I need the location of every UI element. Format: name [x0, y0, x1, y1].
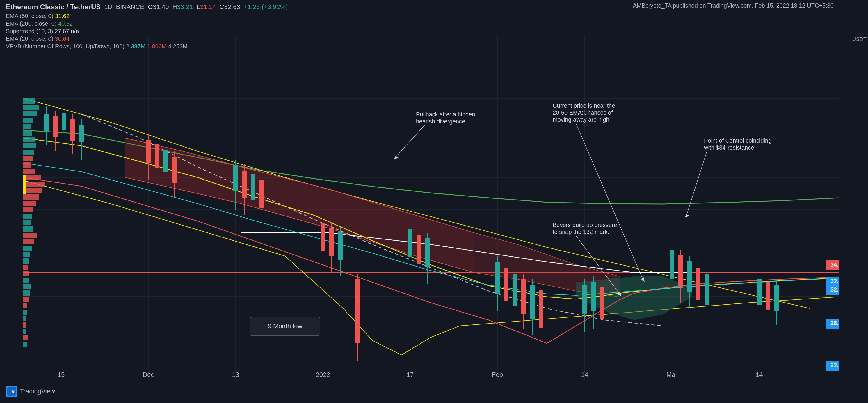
svg-rect-62: [355, 279, 360, 343]
vpvb-indicator: VPVB (Number Of Rows, 100, Up/Down, 100)…: [6, 43, 862, 50]
ema20-indicator: EMA (20, close, 0) 30.64: [6, 35, 862, 42]
svg-rect-64: [495, 262, 500, 294]
svg-rect-118: [23, 233, 37, 238]
svg-rect-84: [678, 255, 683, 287]
supertrend-value: 27.67 n/a: [55, 28, 79, 34]
svg-rect-74: [539, 290, 544, 328]
svg-rect-0: [23, 35, 839, 380]
vpvb-value3: 4.253M: [168, 43, 188, 50]
svg-rect-131: [23, 316, 26, 321]
svg-rect-101: [23, 124, 31, 129]
svg-rect-127: [23, 290, 30, 296]
svg-rect-56: [320, 223, 325, 251]
svg-text:2022: 2022: [316, 371, 330, 378]
svg-rect-110: [23, 182, 45, 187]
svg-text:Dec: Dec: [143, 371, 154, 378]
svg-rect-60: [338, 232, 343, 260]
svg-text:bearish divergence: bearish divergence: [416, 118, 465, 125]
svg-rect-50: [408, 229, 412, 257]
svg-rect-96: [774, 285, 779, 311]
svg-text:to snap the $32-mark.: to snap the $32-mark.: [553, 229, 610, 235]
svg-rect-130: [23, 310, 27, 315]
svg-rect-80: [600, 287, 604, 319]
svg-rect-88: [696, 268, 701, 300]
svg-rect-46: [251, 174, 255, 200]
header-bar: Ethereum Classic / TetherUS 1D BINANCE O…: [0, 0, 868, 35]
svg-rect-98: [23, 105, 39, 110]
chart-container: AMBcrypto_TA published on TradingView.co…: [0, 0, 868, 403]
svg-rect-68: [513, 274, 517, 306]
svg-rect-120: [23, 246, 32, 251]
svg-rect-125: [23, 278, 29, 283]
svg-rect-129: [23, 303, 27, 308]
svg-text:Buyers build up pressure: Buyers build up pressure: [553, 222, 617, 228]
svg-rect-44: [242, 170, 247, 198]
svg-rect-90: [705, 274, 709, 305]
vpvb-value1: 2.387M: [126, 43, 147, 50]
svg-rect-122: [23, 258, 29, 264]
svg-rect-30: [70, 119, 75, 141]
supertrend-indicator: Supertrend (10, 3) 27.67 n/a: [6, 28, 862, 35]
svg-rect-108: [23, 169, 35, 174]
svg-rect-132: [23, 322, 26, 328]
svg-rect-76: [582, 285, 587, 314]
svg-rect-58: [329, 228, 334, 256]
svg-rect-133: [23, 329, 26, 334]
svg-text:TV: TV: [9, 389, 15, 394]
svg-rect-100: [23, 118, 33, 123]
price-chart: 64.00 56.00 51.00 46.00 42.00 38.00 34.0…: [23, 35, 839, 380]
svg-rect-52: [416, 235, 421, 264]
svg-rect-128: [23, 297, 29, 302]
open-price: O31.40: [148, 3, 169, 11]
svg-rect-34: [146, 140, 151, 163]
svg-rect-113: [23, 201, 36, 206]
svg-rect-116: [23, 220, 31, 225]
svg-rect-111: [23, 188, 42, 193]
svg-text:32.87: 32.87: [831, 278, 839, 284]
svg-rect-112: [23, 194, 39, 199]
svg-rect-42: [233, 165, 238, 191]
svg-rect-138: [23, 188, 26, 194]
svg-rect-124: [23, 271, 29, 276]
ema200-indicator: EMA (200, close, 0) 40.62: [6, 20, 862, 27]
svg-text:22.25: 22.25: [831, 362, 839, 368]
svg-rect-107: [23, 162, 31, 167]
svg-text:28.44: 28.44: [831, 320, 839, 326]
svg-text:15: 15: [58, 371, 65, 378]
svg-rect-48: [259, 180, 264, 208]
svg-rect-54: [425, 238, 430, 267]
svg-text:Pullback after a hidden: Pullback after a hidden: [416, 111, 475, 118]
exchange: BINANCE: [116, 3, 144, 11]
tv-logo-icon: TV: [6, 385, 18, 397]
high-price: H33.21: [172, 3, 193, 11]
svg-rect-119: [23, 239, 34, 244]
svg-rect-137: [23, 182, 26, 188]
svg-rect-66: [504, 268, 508, 301]
svg-rect-136: [23, 175, 26, 182]
svg-rect-38: [163, 150, 168, 172]
svg-rect-32: [79, 125, 84, 142]
svg-text:34.87: 34.87: [831, 261, 839, 268]
close-price: C32.63: [220, 3, 240, 11]
tv-logo-text: TradingView: [20, 388, 55, 395]
svg-rect-70: [521, 279, 526, 314]
svg-rect-36: [155, 144, 159, 168]
ema50-value: 31.62: [55, 13, 69, 19]
svg-text:Mar: Mar: [666, 371, 678, 378]
svg-rect-78: [591, 282, 596, 311]
svg-rect-104: [23, 143, 36, 148]
svg-rect-97: [23, 98, 35, 103]
currency-label: USDT: [852, 36, 867, 42]
tradingview-logo: TV TradingView: [6, 385, 55, 397]
ema50-indicator: EMA (50, close, 0) 31.62: [6, 13, 862, 20]
svg-text:17: 17: [407, 371, 414, 378]
svg-text:14: 14: [581, 371, 588, 378]
svg-rect-134: [23, 335, 28, 340]
low-price: L31.14: [196, 3, 216, 11]
svg-rect-99: [23, 111, 37, 116]
svg-rect-105: [23, 150, 34, 155]
svg-text:20-50 EMA:Chances of: 20-50 EMA:Chances of: [553, 110, 613, 116]
ohlc-header: Ethereum Classic / TetherUS 1D BINANCE O…: [6, 3, 862, 11]
svg-rect-26: [53, 116, 58, 137]
svg-rect-94: [766, 282, 770, 310]
